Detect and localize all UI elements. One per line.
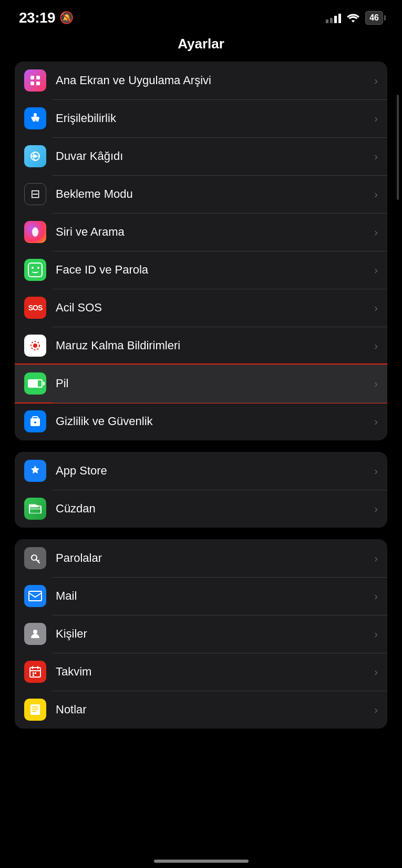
page-title: Ayarlar: [178, 36, 224, 52]
accessibility-label: Erişilebilirlik: [56, 112, 370, 125]
svg-point-7: [32, 227, 38, 237]
battery-graphic: [28, 379, 43, 388]
svg-rect-19: [35, 672, 36, 674]
bell-icon: 🔕: [59, 11, 74, 25]
appstore-label: App Store: [56, 464, 370, 478]
settings-row-passwords[interactable]: Parolalar ›: [15, 539, 387, 577]
battery-setting-icon: [24, 372, 46, 395]
settings-section-3: Parolalar › Mail › Kişiler ›: [15, 539, 387, 729]
privacy-icon: [24, 410, 46, 432]
notes-chevron: ›: [374, 704, 378, 716]
exposure-icon: [24, 335, 46, 357]
settings-row-accessibility[interactable]: Erişilebilirlik ›: [15, 99, 387, 137]
wallpaper-chevron: ›: [374, 150, 378, 163]
scrollbar[interactable]: [397, 95, 399, 200]
svg-rect-2: [30, 82, 34, 85]
settings-row-standby[interactable]: ⊟ Bekleme Modu ›: [15, 175, 387, 213]
wallpaper-label: Duvar Kâğıdı: [56, 149, 370, 163]
battery-level: 46: [369, 13, 379, 23]
home-indicator: [154, 860, 249, 863]
mail-chevron: ›: [374, 590, 378, 602]
settings-row-faceid[interactable]: Face ID ve Parola ›: [15, 251, 387, 289]
svg-point-16: [33, 630, 37, 634]
svg-rect-0: [30, 76, 34, 79]
svg-point-4: [34, 113, 37, 116]
faceid-icon: [24, 259, 46, 281]
contacts-icon: [24, 623, 46, 645]
siri-icon: [24, 221, 46, 243]
settings-section-1: Ana Ekran ve Uygulama Arşivi › Erişilebi…: [15, 62, 387, 440]
calendar-icon: [24, 661, 46, 683]
status-time: 23:19: [19, 9, 55, 26]
svg-rect-1: [36, 76, 40, 79]
appstore-chevron: ›: [374, 465, 378, 477]
settings-row-contacts[interactable]: Kişiler ›: [15, 615, 387, 653]
sos-icon: SOS: [24, 297, 46, 319]
settings-row-notes[interactable]: Notlar ›: [15, 691, 387, 729]
settings-row-mail[interactable]: Mail ›: [15, 577, 387, 615]
faceid-label: Face ID ve Parola: [56, 263, 370, 277]
svg-rect-13: [29, 504, 36, 506]
status-bar: 23:19 🔕 46: [0, 0, 402, 32]
sos-chevron: ›: [374, 302, 378, 314]
settings-container: Ana Ekran ve Uygulama Arşivi › Erişilebi…: [0, 62, 402, 740]
standby-label: Bekleme Modu: [56, 187, 370, 201]
svg-rect-11: [29, 508, 41, 510]
home-screen-label: Ana Ekran ve Uygulama Arşivi: [56, 74, 370, 87]
settings-row-wallet[interactable]: Cüzdan ›: [15, 490, 387, 528]
home-screen-chevron: ›: [374, 75, 378, 87]
settings-row-siri[interactable]: Siri ve Arama ›: [15, 213, 387, 251]
contacts-chevron: ›: [374, 628, 378, 640]
page-header: Ayarlar: [0, 32, 402, 62]
passwords-label: Parolalar: [56, 551, 370, 565]
settings-row-wallpaper[interactable]: Duvar Kâğıdı ›: [15, 137, 387, 175]
wallet-icon: [24, 498, 46, 520]
notes-label: Notlar: [56, 703, 370, 716]
settings-row-calendar[interactable]: Takvim ›: [15, 653, 387, 691]
wallet-label: Cüzdan: [56, 502, 370, 516]
settings-row-home-screen[interactable]: Ana Ekran ve Uygulama Arşivi ›: [15, 62, 387, 99]
svg-rect-18: [33, 672, 34, 674]
accessibility-chevron: ›: [374, 113, 378, 125]
standby-chevron: ›: [374, 188, 378, 200]
exposure-chevron: ›: [374, 340, 378, 352]
siri-chevron: ›: [374, 226, 378, 238]
settings-row-privacy[interactable]: Gizlilik ve Güvenlik ›: [15, 402, 387, 440]
status-icons: 46: [326, 11, 383, 25]
contacts-label: Kişiler: [56, 627, 370, 641]
settings-row-battery[interactable]: Pil ›: [15, 365, 387, 402]
calendar-chevron: ›: [374, 666, 378, 678]
faceid-graphic: [28, 263, 43, 277]
appstore-icon: [24, 460, 46, 482]
wallet-chevron: ›: [374, 503, 378, 515]
battery-label: Pil: [56, 377, 370, 390]
privacy-chevron: ›: [374, 416, 378, 428]
settings-section-2: App Store › Cüzdan ›: [15, 452, 387, 528]
wallpaper-icon: [24, 145, 46, 167]
svg-rect-3: [36, 82, 40, 85]
notes-icon: [24, 699, 46, 721]
battery-icon: 46: [365, 11, 383, 25]
calendar-label: Takvim: [56, 665, 370, 679]
privacy-label: Gizlilik ve Güvenlik: [56, 415, 370, 428]
mail-icon: [24, 585, 46, 607]
settings-row-appstore[interactable]: App Store ›: [15, 452, 387, 490]
exposure-label: Maruz Kalma Bildirimleri: [56, 339, 370, 352]
accessibility-icon: [24, 107, 46, 129]
signal-bars-icon: [326, 13, 341, 23]
svg-point-8: [33, 344, 37, 348]
passwords-chevron: ›: [374, 552, 378, 564]
sos-label: Acil SOS: [56, 301, 370, 315]
passwords-icon: [24, 547, 46, 569]
svg-rect-15: [29, 591, 42, 601]
home-screen-icon: [24, 69, 46, 92]
battery-chevron: ›: [374, 378, 378, 390]
settings-row-sos[interactable]: SOS Acil SOS ›: [15, 289, 387, 327]
faceid-chevron: ›: [374, 264, 378, 276]
standby-icon: ⊟: [24, 183, 46, 205]
svg-point-6: [34, 155, 37, 158]
svg-rect-20: [33, 674, 34, 676]
mail-label: Mail: [56, 589, 370, 603]
settings-row-exposure[interactable]: Maruz Kalma Bildirimleri ›: [15, 327, 387, 365]
wifi-icon: [346, 13, 360, 23]
